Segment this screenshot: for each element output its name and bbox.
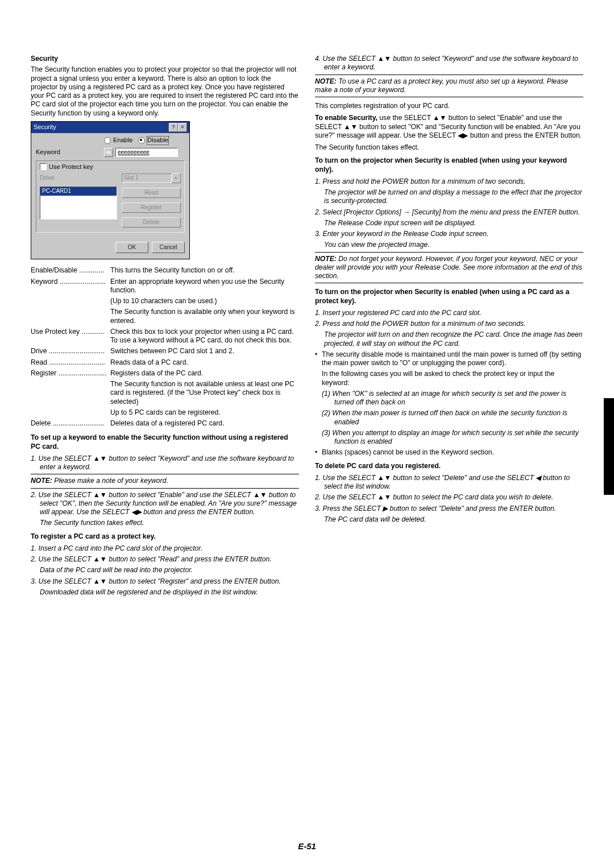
dialog-titlebar: Security ? × — [31, 122, 189, 133]
enable-para: To enable Security, use the SELECT ▲▼ bu… — [315, 114, 583, 140]
close-button[interactable]: × — [178, 123, 187, 132]
enable-para-2: The Security function takes effect. — [315, 143, 583, 152]
drive-label: Drive — [40, 174, 55, 182]
reg-step-4: 4. Use the SELECT ▲▼ button to select "K… — [315, 55, 583, 72]
sub-1: (1) When "OK" is selected at an image fo… — [322, 390, 583, 407]
t1-step-3: 3. Enter your keyword in the Release Cod… — [315, 230, 583, 238]
right-column: 4. Use the SELECT ▲▼ button to select "K… — [315, 55, 583, 834]
bullet-2: Blanks (spaces) cannot be used in the Ke… — [315, 448, 583, 457]
note-3: NOTE: Do not forget your keyword. Howeve… — [315, 255, 583, 281]
t1-step-1: 1. Press and hold the POWER button for a… — [315, 177, 583, 186]
selected-card[interactable]: PC-CARD1 — [40, 187, 117, 196]
delete-heading: To delete PC card data you registered. — [315, 462, 583, 470]
file-list[interactable]: PC-CARD1 — [40, 187, 117, 220]
note-1: NOTE: Please make a note of your keyword… — [31, 477, 299, 485]
d-step-3: 3. Press the SELECT ▶ button to select "… — [315, 505, 583, 513]
delete-button[interactable]: Delete — [122, 217, 181, 228]
left-column: Security The Security function enables y… — [31, 55, 299, 834]
bullet-1: The security disable mode is maintained … — [315, 350, 583, 447]
d-step-2: 2. Use the SELECT ▲▼ button to select th… — [315, 493, 583, 502]
page-number: E-51 — [0, 841, 614, 851]
section-title: Security — [31, 55, 299, 63]
drive-select[interactable]: Slot 1 ▸ — [122, 173, 181, 183]
note-2: NOTE: To use a PC card as a protect key,… — [315, 77, 583, 95]
setup-heading: To set up a keyword to enable the Securi… — [31, 433, 299, 451]
disable-radio[interactable]: Disable — [138, 137, 168, 144]
completes-para: This completes registration of your PC c… — [315, 102, 583, 110]
turnon-kw-heading: To turn on the projector when Security i… — [315, 156, 583, 174]
use-protect-checkbox[interactable]: Use Protect key — [40, 163, 93, 171]
sub-2: (2) When the main power is turned off th… — [322, 409, 583, 427]
help-button[interactable]: ? — [169, 123, 178, 132]
page-content: Security The Security function enables y… — [31, 55, 583, 834]
keyword-label: Keyword — [36, 148, 104, 156]
chevron-right-icon[interactable]: ▸ — [172, 173, 181, 183]
turnon-pc-heading: To turn on the projector when Security i… — [315, 288, 583, 305]
reg-step-3: 3. Use the SELECT ▲▼ button to select "R… — [31, 577, 299, 586]
protect-key-group: Use Protect key Drive PC-CARD1 — [36, 160, 185, 233]
register-button[interactable]: Register — [122, 202, 181, 213]
keyword-input[interactable]: eeeeeeeeee — [115, 148, 178, 157]
ok-button[interactable]: OK — [115, 242, 148, 253]
p-step-1: 1. Insert your registered PC card into t… — [315, 309, 583, 317]
definition-list: Enable/Disable .............This turns t… — [31, 266, 299, 428]
cancel-button[interactable]: Cancel — [152, 242, 185, 253]
register-heading: To register a PC card as a protect key. — [31, 532, 299, 541]
step-1: 1. Use the SELECT ▲▼ button to select "K… — [31, 454, 299, 472]
t1-step-2: 2. Select [Projector Options] → [Securit… — [315, 208, 583, 217]
sub-3: (3) When you attempt to display an image… — [322, 429, 583, 447]
step-2: 2. Use the SELECT ▲▼ button to select "E… — [31, 491, 299, 517]
intro-para: The Security function enables you to pro… — [31, 65, 299, 118]
enable-radio[interactable]: Enable — [104, 137, 132, 144]
read-button[interactable]: Read — [122, 188, 181, 198]
keyboard-icon[interactable] — [104, 148, 113, 157]
reg-step-1: 1. Insert a PC card into the PC card slo… — [31, 544, 299, 553]
security-dialog: Security ? × Enable Disable — [31, 121, 190, 260]
dialog-title: Security — [34, 123, 56, 131]
d-step-1: 1. Use the SELECT ▲▼ button to select "D… — [315, 474, 583, 491]
reg-step-2: 2. Use the SELECT ▲▼ button to select "R… — [31, 555, 299, 564]
p-step-2: 2. Press and hold the POWER button for a… — [315, 320, 583, 328]
edge-tab — [604, 398, 614, 495]
